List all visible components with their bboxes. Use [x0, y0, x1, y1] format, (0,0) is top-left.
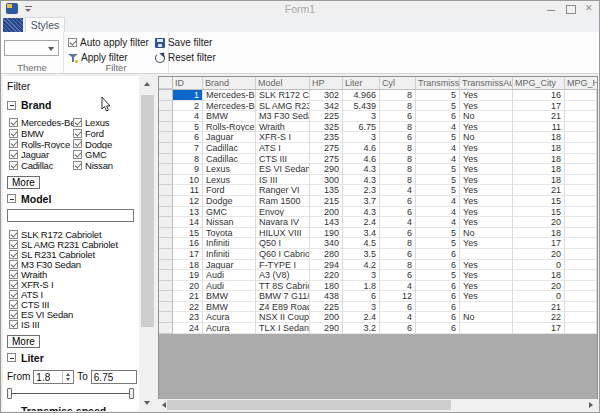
- grid-cell[interactable]: 7: [173, 143, 203, 154]
- grid-cell[interactable]: [565, 164, 597, 175]
- grid-cell[interactable]: 17: [173, 249, 203, 260]
- grid-cell[interactable]: 4: [173, 111, 203, 122]
- grid-cell[interactable]: 0: [513, 260, 565, 271]
- grid-cell[interactable]: 135: [310, 185, 343, 196]
- grid-cell[interactable]: Yes: [460, 217, 513, 228]
- column-header-liter[interactable]: Liter: [343, 77, 380, 89]
- grid-cell[interactable]: 5: [416, 90, 460, 101]
- row-header[interactable]: [159, 164, 173, 175]
- chevron-down-icon[interactable]: [44, 42, 57, 54]
- scroll-up-icon[interactable]: [140, 77, 155, 92]
- grid-cell[interactable]: [565, 281, 597, 292]
- liter-section-header[interactable]: Liter: [7, 352, 137, 364]
- grid-cell[interactable]: Yes: [460, 260, 513, 271]
- grid-cell[interactable]: 18: [513, 154, 565, 165]
- grid-cell[interactable]: Yes: [460, 175, 513, 186]
- grid-cell[interactable]: 3.4: [343, 228, 380, 239]
- grid-cell[interactable]: 4: [380, 312, 416, 323]
- row-header[interactable]: [159, 249, 173, 260]
- scrollbar-thumb[interactable]: [141, 95, 154, 327]
- grid-cell[interactable]: 4.5: [343, 238, 380, 249]
- grid-cell[interactable]: [565, 132, 597, 143]
- grid-cell[interactable]: 14: [173, 217, 203, 228]
- grid-cell[interactable]: Ranger VI: [256, 185, 310, 196]
- grid-cell[interactable]: Mercedes-Benz: [203, 90, 256, 101]
- liter-range-slider[interactable]: [7, 388, 134, 399]
- grid-cell[interactable]: [565, 185, 597, 196]
- grid-cell[interactable]: 275: [310, 154, 343, 165]
- column-header-brand[interactable]: Brand: [203, 77, 256, 89]
- grid-cell[interactable]: No: [460, 312, 513, 323]
- model-checkbox-cts-iii[interactable]: CTS III: [9, 300, 137, 310]
- grid-cell[interactable]: 6: [416, 281, 460, 292]
- grid-cell[interactable]: 8: [380, 154, 416, 165]
- grid-cell[interactable]: No: [460, 132, 513, 143]
- grid-cell[interactable]: Jaguar: [203, 260, 256, 271]
- row-header[interactable]: [159, 217, 173, 228]
- brand-section-header[interactable]: Brand: [7, 99, 137, 111]
- grid-cell[interactable]: 19: [173, 270, 203, 281]
- grid-cell[interactable]: [565, 101, 597, 112]
- grid-cell[interactable]: 225: [310, 111, 343, 122]
- grid-cell[interactable]: Lexus: [203, 175, 256, 186]
- grid-cell[interactable]: ES VI Sedan: [256, 164, 310, 175]
- grid-cell[interactable]: 15: [173, 228, 203, 239]
- grid-cell[interactable]: 6: [343, 291, 380, 302]
- grid-cell[interactable]: [565, 323, 597, 334]
- grid-cell[interactable]: Yes: [460, 196, 513, 207]
- grid-cell[interactable]: [565, 238, 597, 249]
- row-header[interactable]: [159, 132, 173, 143]
- grid-cell[interactable]: [565, 207, 597, 218]
- grid-cell[interactable]: 4.966: [343, 90, 380, 101]
- grid-cell[interactable]: 9: [173, 164, 203, 175]
- grid-cell[interactable]: Yes: [460, 270, 513, 281]
- grid-cell[interactable]: XFR-S I: [256, 132, 310, 143]
- grid-cell[interactable]: Dodge: [203, 196, 256, 207]
- liter-from-input[interactable]: 1.8: [33, 370, 74, 384]
- grid-cell[interactable]: 18: [513, 228, 565, 239]
- column-header-transmissspeed[interactable]: TransmissSpeed: [416, 77, 460, 89]
- grid-cell[interactable]: M3 F30 Sedan: [256, 111, 310, 122]
- grid-cell[interactable]: [565, 291, 597, 302]
- grid-cell[interactable]: 8: [380, 164, 416, 175]
- grid-cell[interactable]: TLX I Sedan: [256, 323, 310, 334]
- collapse-icon[interactable]: [7, 353, 16, 362]
- grid-cell[interactable]: 23: [173, 312, 203, 323]
- grid-cell[interactable]: 6: [380, 111, 416, 122]
- grid-cell[interactable]: BMW: [203, 111, 256, 122]
- grid-cell[interactable]: 18: [513, 270, 565, 281]
- grid-cell[interactable]: Mercedes-Benz: [203, 101, 256, 112]
- grid-cell[interactable]: [565, 302, 597, 313]
- row-header[interactable]: [159, 185, 173, 196]
- grid-cell[interactable]: 4: [416, 207, 460, 218]
- grid-cell[interactable]: 20: [513, 249, 565, 260]
- row-header[interactable]: [159, 111, 173, 122]
- grid-cell[interactable]: BMW 7 G11/G12 S: [256, 291, 310, 302]
- grid-cell[interactable]: 5: [416, 164, 460, 175]
- grid-cell[interactable]: Yes: [460, 238, 513, 249]
- row-header[interactable]: [159, 143, 173, 154]
- column-header-mpg-city[interactable]: MPG_City: [513, 77, 565, 89]
- scroll-down-icon[interactable]: [140, 396, 155, 411]
- grid-cell[interactable]: 6: [416, 302, 460, 313]
- grid-cell[interactable]: 200: [310, 207, 343, 218]
- grid-cell[interactable]: 6: [416, 249, 460, 260]
- grid-cell[interactable]: 6: [380, 270, 416, 281]
- grid-cell[interactable]: Yes: [460, 90, 513, 101]
- grid-cell[interactable]: BMW: [203, 302, 256, 313]
- model-checkbox-is-iii[interactable]: IS III: [9, 320, 137, 330]
- grid-cell[interactable]: [565, 196, 597, 207]
- brand-checkbox-ford[interactable]: Ford: [73, 128, 133, 139]
- grid-cell[interactable]: Q60 I Cabriolet: [256, 249, 310, 260]
- model-checkbox-sl-r231-cabriolet[interactable]: SL R231 Cabriolet: [9, 249, 137, 259]
- grid-cell[interactable]: 4: [416, 154, 460, 165]
- grid-cell[interactable]: GMC: [203, 207, 256, 218]
- grid-cell[interactable]: 10: [173, 175, 203, 186]
- grid-cell[interactable]: 18: [513, 175, 565, 186]
- grid-cell[interactable]: 290: [310, 164, 343, 175]
- grid-cell[interactable]: Yes: [460, 281, 513, 292]
- grid-cell[interactable]: Yes: [460, 207, 513, 218]
- grid-cell[interactable]: Acura: [203, 312, 256, 323]
- grid-cell[interactable]: 438: [310, 291, 343, 302]
- grid-cell[interactable]: 12: [173, 196, 203, 207]
